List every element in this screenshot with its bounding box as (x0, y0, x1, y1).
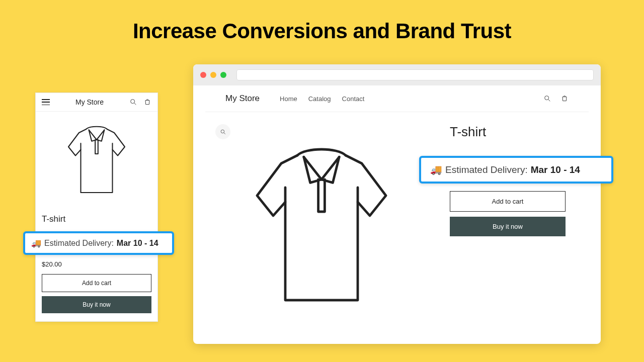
desktop-product-image (213, 122, 430, 318)
desktop-add-to-cart-button[interactable]: Add to cart (450, 191, 566, 212)
mobile-product-title: T-shirt (42, 214, 151, 224)
mobile-mockup: My Store T-shirt $20.00 Add to cart Buy … (35, 93, 158, 322)
mobile-product-price: $20.00 (42, 260, 151, 268)
site-header: My Store Home Catalog Contact (205, 85, 589, 112)
mobile-header: My Store (36, 93, 157, 112)
zoom-icon[interactable] (215, 124, 230, 139)
mobile-delivery-callout: 🚚 Estimated Delivery: Mar 10 - 14 (23, 231, 174, 255)
nav-catalog[interactable]: Catalog (308, 95, 331, 103)
svg-point-4 (221, 130, 224, 133)
svg-point-0 (131, 100, 135, 104)
window-close-dot[interactable] (200, 72, 206, 78)
search-icon[interactable] (129, 98, 137, 106)
desktop-store-name[interactable]: My Store (225, 94, 260, 104)
page-headline: Increase Conversions and Brand Trust (0, 0, 644, 43)
search-icon[interactable] (543, 95, 551, 103)
hamburger-icon[interactable] (42, 99, 50, 105)
svg-line-1 (134, 103, 136, 105)
mobile-add-to-cart-button[interactable]: Add to cart (42, 274, 151, 292)
mobile-product-image (36, 112, 157, 212)
delivery-range: Mar 10 - 14 (117, 239, 158, 248)
truck-icon: 🚚 (31, 238, 41, 248)
desktop-delivery-callout: 🚚 Estimated Delivery: Mar 10 - 14 (419, 156, 613, 184)
browser-url-bar[interactable] (236, 69, 594, 80)
delivery-range: Mar 10 - 14 (531, 164, 580, 175)
nav-home[interactable]: Home (280, 95, 297, 103)
svg-line-3 (548, 100, 550, 101)
desktop-product-title: T-shirt (450, 124, 581, 140)
nav-contact[interactable]: Contact (342, 95, 365, 103)
cart-icon[interactable] (560, 95, 569, 103)
mobile-buy-now-button[interactable]: Buy it now (42, 296, 151, 313)
mobile-store-name: My Store (75, 98, 104, 106)
svg-line-5 (224, 133, 225, 134)
cart-icon[interactable] (143, 98, 151, 106)
window-maximize-dot[interactable] (220, 72, 226, 78)
delivery-label: Estimated Delivery: (445, 164, 528, 175)
svg-point-2 (545, 96, 549, 100)
truck-icon: 🚚 (430, 164, 442, 175)
delivery-label: Estimated Delivery: (44, 239, 114, 248)
desktop-mockup: My Store Home Catalog Contact (193, 64, 601, 344)
browser-chrome (193, 64, 601, 85)
desktop-buy-now-button[interactable]: Buy it now (450, 217, 566, 236)
window-minimize-dot[interactable] (210, 72, 216, 78)
